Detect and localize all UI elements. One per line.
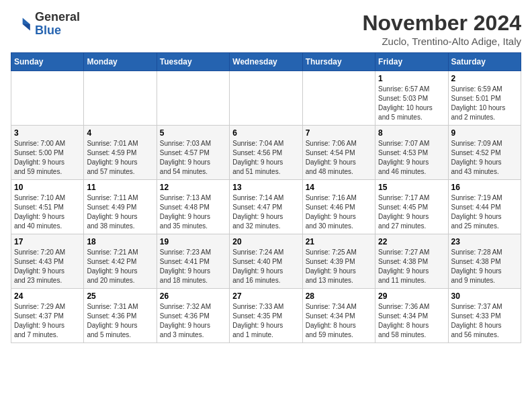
- day-number: 23: [451, 237, 518, 246]
- day-info: Sunrise: 7:31 AM Sunset: 4:36 PM Dayligh…: [87, 302, 153, 340]
- calendar-cell: [157, 71, 229, 126]
- day-number: 21: [306, 237, 372, 246]
- calendar-cell: 25Sunrise: 7:31 AM Sunset: 4:36 PM Dayli…: [84, 289, 157, 343]
- day-number: 14: [306, 183, 372, 192]
- day-info: Sunrise: 7:03 AM Sunset: 4:57 PM Dayligh…: [160, 139, 226, 177]
- day-info: Sunrise: 6:59 AM Sunset: 5:01 PM Dayligh…: [451, 85, 518, 122]
- calendar-week-5: 24Sunrise: 7:29 AM Sunset: 4:37 PM Dayli…: [11, 289, 521, 343]
- day-info: Sunrise: 7:13 AM Sunset: 4:48 PM Dayligh…: [160, 193, 226, 231]
- day-info: Sunrise: 7:28 AM Sunset: 4:38 PM Dayligh…: [451, 248, 518, 285]
- day-number: 1: [378, 74, 445, 83]
- day-info: Sunrise: 7:06 AM Sunset: 4:54 PM Dayligh…: [306, 139, 372, 177]
- weekday-header-friday: Friday: [375, 53, 448, 71]
- calendar-cell: 12Sunrise: 7:13 AM Sunset: 4:48 PM Dayli…: [157, 180, 229, 234]
- day-number: 30: [451, 291, 518, 301]
- logo-blue: Blue: [35, 24, 61, 37]
- day-number: 4: [87, 128, 153, 138]
- day-number: 10: [14, 183, 81, 192]
- calendar-cell: 3Sunrise: 7:00 AM Sunset: 5:00 PM Daylig…: [11, 126, 84, 180]
- day-number: 9: [451, 128, 518, 138]
- day-number: 18: [87, 237, 153, 246]
- calendar-table: SundayMondayTuesdayWednesdayThursdayFrid…: [11, 52, 521, 343]
- day-info: Sunrise: 7:11 AM Sunset: 4:49 PM Dayligh…: [87, 193, 153, 231]
- title-block: November 2024 Zuclo, Trentino-Alto Adige…: [362, 11, 521, 47]
- day-info: Sunrise: 7:20 AM Sunset: 4:43 PM Dayligh…: [14, 248, 81, 285]
- day-number: 16: [451, 183, 518, 192]
- day-info: Sunrise: 7:00 AM Sunset: 5:00 PM Dayligh…: [14, 139, 81, 177]
- day-number: 22: [378, 237, 445, 246]
- day-number: 25: [87, 291, 153, 301]
- day-info: Sunrise: 7:37 AM Sunset: 4:33 PM Dayligh…: [451, 302, 518, 340]
- weekday-header-thursday: Thursday: [302, 53, 375, 71]
- day-info: Sunrise: 7:09 AM Sunset: 4:52 PM Dayligh…: [451, 139, 518, 177]
- weekday-header-monday: Monday: [84, 53, 157, 71]
- day-info: Sunrise: 7:16 AM Sunset: 4:46 PM Dayligh…: [306, 193, 372, 231]
- calendar-cell: 11Sunrise: 7:11 AM Sunset: 4:49 PM Dayli…: [84, 180, 157, 234]
- day-info: Sunrise: 7:14 AM Sunset: 4:47 PM Dayligh…: [232, 193, 299, 231]
- day-info: Sunrise: 7:01 AM Sunset: 4:59 PM Dayligh…: [87, 139, 153, 177]
- day-number: 15: [378, 183, 445, 192]
- day-number: 28: [306, 291, 372, 301]
- weekday-header-wednesday: Wednesday: [230, 53, 302, 71]
- logo-icon: [11, 13, 32, 35]
- calendar-cell: 24Sunrise: 7:29 AM Sunset: 4:37 PM Dayli…: [11, 289, 84, 343]
- calendar-cell: 9Sunrise: 7:09 AM Sunset: 4:52 PM Daylig…: [448, 126, 521, 180]
- day-info: Sunrise: 7:23 AM Sunset: 4:41 PM Dayligh…: [160, 248, 226, 285]
- calendar-cell: 1Sunrise: 6:57 AM Sunset: 5:03 PM Daylig…: [375, 71, 448, 126]
- calendar-cell: 7Sunrise: 7:06 AM Sunset: 4:54 PM Daylig…: [302, 126, 375, 180]
- day-number: 27: [232, 291, 299, 301]
- calendar-cell: 20Sunrise: 7:24 AM Sunset: 4:40 PM Dayli…: [230, 234, 302, 289]
- weekday-header-row: SundayMondayTuesdayWednesdayThursdayFrid…: [11, 53, 521, 71]
- calendar-cell: [302, 71, 375, 126]
- day-number: 26: [160, 291, 226, 301]
- day-number: 24: [14, 291, 81, 301]
- weekday-header-saturday: Saturday: [448, 53, 521, 71]
- day-number: 12: [160, 183, 226, 192]
- day-info: Sunrise: 7:07 AM Sunset: 4:53 PM Dayligh…: [378, 139, 445, 177]
- day-info: Sunrise: 7:36 AM Sunset: 4:34 PM Dayligh…: [378, 302, 445, 340]
- page-header: General Blue November 2024 Zuclo, Trenti…: [11, 11, 521, 47]
- day-info: Sunrise: 7:33 AM Sunset: 4:35 PM Dayligh…: [232, 302, 299, 340]
- calendar-cell: [84, 71, 157, 126]
- day-info: Sunrise: 7:21 AM Sunset: 4:42 PM Dayligh…: [87, 248, 153, 285]
- day-info: Sunrise: 7:04 AM Sunset: 4:56 PM Dayligh…: [232, 139, 299, 177]
- calendar-week-4: 17Sunrise: 7:20 AM Sunset: 4:43 PM Dayli…: [11, 234, 521, 289]
- calendar-cell: 22Sunrise: 7:27 AM Sunset: 4:38 PM Dayli…: [375, 234, 448, 289]
- day-info: Sunrise: 7:19 AM Sunset: 4:44 PM Dayligh…: [451, 193, 518, 231]
- calendar-week-1: 1Sunrise: 6:57 AM Sunset: 5:03 PM Daylig…: [11, 71, 521, 126]
- day-number: 29: [378, 291, 445, 301]
- day-info: Sunrise: 7:29 AM Sunset: 4:37 PM Dayligh…: [14, 302, 81, 340]
- svg-marker-0: [23, 17, 30, 24]
- day-info: Sunrise: 7:32 AM Sunset: 4:36 PM Dayligh…: [160, 302, 226, 340]
- calendar-cell: 4Sunrise: 7:01 AM Sunset: 4:59 PM Daylig…: [84, 126, 157, 180]
- calendar-cell: 15Sunrise: 7:17 AM Sunset: 4:45 PM Dayli…: [375, 180, 448, 234]
- calendar-cell: 21Sunrise: 7:25 AM Sunset: 4:39 PM Dayli…: [302, 234, 375, 289]
- calendar-cell: 10Sunrise: 7:10 AM Sunset: 4:51 PM Dayli…: [11, 180, 84, 234]
- calendar-week-3: 10Sunrise: 7:10 AM Sunset: 4:51 PM Dayli…: [11, 180, 521, 234]
- calendar-cell: 17Sunrise: 7:20 AM Sunset: 4:43 PM Dayli…: [11, 234, 84, 289]
- calendar-cell: 26Sunrise: 7:32 AM Sunset: 4:36 PM Dayli…: [157, 289, 229, 343]
- calendar-body: 1Sunrise: 6:57 AM Sunset: 5:03 PM Daylig…: [11, 71, 521, 343]
- logo: General Blue: [11, 11, 80, 38]
- calendar-cell: [230, 71, 302, 126]
- day-info: Sunrise: 6:57 AM Sunset: 5:03 PM Dayligh…: [378, 85, 445, 122]
- day-info: Sunrise: 7:34 AM Sunset: 4:34 PM Dayligh…: [306, 302, 372, 340]
- day-info: Sunrise: 7:25 AM Sunset: 4:39 PM Dayligh…: [306, 248, 372, 285]
- location-subtitle: Zuclo, Trentino-Alto Adige, Italy: [362, 36, 521, 47]
- calendar-cell: 19Sunrise: 7:23 AM Sunset: 4:41 PM Dayli…: [157, 234, 229, 289]
- calendar-header: SundayMondayTuesdayWednesdayThursdayFrid…: [11, 53, 521, 71]
- day-number: 17: [14, 237, 81, 246]
- day-number: 6: [232, 128, 299, 138]
- weekday-header-sunday: Sunday: [11, 53, 84, 71]
- calendar-cell: 28Sunrise: 7:34 AM Sunset: 4:34 PM Dayli…: [302, 289, 375, 343]
- day-number: 2: [451, 74, 518, 83]
- calendar-cell: 27Sunrise: 7:33 AM Sunset: 4:35 PM Dayli…: [230, 289, 302, 343]
- day-number: 8: [378, 128, 445, 138]
- day-number: 19: [160, 237, 226, 246]
- day-number: 5: [160, 128, 226, 138]
- calendar-cell: 8Sunrise: 7:07 AM Sunset: 4:53 PM Daylig…: [375, 126, 448, 180]
- weekday-header-tuesday: Tuesday: [157, 53, 229, 71]
- day-info: Sunrise: 7:17 AM Sunset: 4:45 PM Dayligh…: [378, 193, 445, 231]
- calendar-cell: 2Sunrise: 6:59 AM Sunset: 5:01 PM Daylig…: [448, 71, 521, 126]
- calendar-cell: 18Sunrise: 7:21 AM Sunset: 4:42 PM Dayli…: [84, 234, 157, 289]
